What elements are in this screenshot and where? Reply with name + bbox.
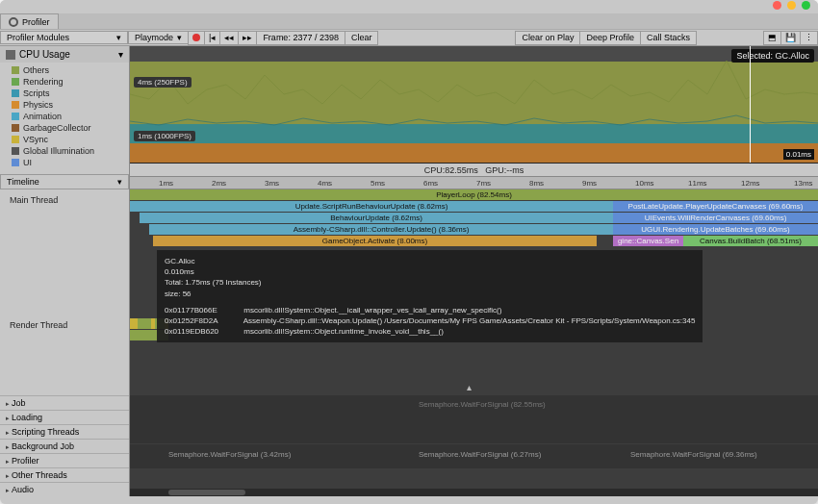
category-swatch (12, 136, 19, 143)
category-swatch (12, 66, 19, 74)
timeline-bar[interactable]: PostLateUpdate.PlayerUpdateCanvases (69.… (613, 201, 818, 212)
first-frame-button[interactable]: |◂ (204, 31, 220, 45)
category-physics[interactable]: Physics (12, 99, 123, 111)
category-swatch (12, 159, 19, 166)
category-vsync[interactable]: VSync (12, 134, 123, 145)
timeline-bar[interactable]: Canvas.BuildBatch (68.51ms) (683, 236, 818, 246)
tab-label: Profiler (22, 17, 50, 27)
cpu-usage-chart[interactable]: 4ms (250FPS) 1ms (1000FPS) Selected: GC.… (130, 46, 818, 164)
category-garbagecollector[interactable]: GarbageCollector (12, 122, 123, 134)
category-swatch (12, 113, 19, 120)
expander-job[interactable]: Job (0, 395, 129, 410)
cpu-usage-header[interactable]: CPU Usage ▾ (0, 46, 129, 63)
timeline-dropdown[interactable]: Timeline▾ (0, 174, 129, 189)
category-global illumination[interactable]: Global Illumination (12, 145, 123, 157)
window-maximize-icon[interactable] (802, 1, 810, 10)
fps-marker-1000: 1ms (1000FPS) (134, 131, 195, 141)
expander-profiler[interactable]: Profiler (0, 453, 129, 467)
frame-indicator: Frame: 2377 / 2398 (256, 31, 345, 45)
category-ui[interactable]: UI (12, 157, 123, 168)
profiler-row: Semaphore.WaitForSignal (3.42ms) Semapho… (130, 444, 818, 468)
timeline-bar[interactable]: UIEvents.WillRenderCanvases (69.60ms) (613, 213, 818, 223)
next-frame-button[interactable]: ▸▸ (238, 31, 257, 45)
context-menu-button[interactable]: ⋮ (800, 31, 818, 45)
category-rendering[interactable]: Rendering (12, 76, 123, 88)
cpu-icon (6, 50, 15, 60)
record-button[interactable] (188, 31, 205, 45)
selected-time-label: 0.01ms (783, 149, 814, 160)
sample-tooltip: GC.Alloc 0.010ms Total: 1.75ms (75 Insta… (157, 250, 703, 342)
category-animation[interactable]: Animation (12, 111, 123, 122)
clear-on-play-button[interactable]: Clear on Play (515, 31, 580, 45)
frame-stats: CPU:82.55ms GPU:--ms (130, 164, 818, 177)
timeline-bar[interactable]: BehaviourUpdate (8.62ms) (140, 213, 613, 223)
render-thread-label: Render Thread (0, 315, 129, 336)
load-button[interactable]: ⬒ (763, 31, 781, 45)
selection-line (750, 46, 751, 163)
job-row: Semaphore.WaitForSignal (82.55ms) (130, 395, 818, 443)
timeline-body[interactable]: PlayerLoop (82.54ms)Update.ScriptRunBeha… (130, 189, 818, 496)
playmode-dropdown[interactable]: Playmode▾ (128, 31, 189, 44)
profiler-modules-dropdown[interactable]: Profiler Modules▾ (0, 31, 128, 44)
category-swatch (12, 89, 19, 97)
timeline-bar[interactable]: UGUI.Rendering.UpdateBatches (69.60ms) (613, 224, 818, 235)
window-close-icon[interactable] (773, 1, 781, 10)
fps-marker-250: 4ms (250FPS) (134, 77, 192, 88)
timeline-bar[interactable]: PlayerLoop (82.54ms) (130, 189, 818, 200)
timeline-bar[interactable]: gine::Canvas.Sen (613, 236, 683, 246)
tab-profiler[interactable]: Profiler (0, 13, 59, 29)
category-swatch (12, 147, 19, 155)
h-scrollbar[interactable] (130, 489, 818, 496)
save-button[interactable]: 💾 (780, 31, 801, 45)
expander-background-job[interactable]: Background Job (0, 439, 129, 453)
category-scripts[interactable]: Scripts (12, 88, 123, 99)
expander-audio[interactable]: Audio (0, 482, 129, 496)
selected-label: Selected: GC.Alloc (731, 49, 814, 63)
profiler-icon (9, 17, 18, 27)
window-minimize-icon[interactable] (787, 1, 796, 10)
category-swatch (12, 78, 19, 86)
time-ruler[interactable]: 1ms2ms3ms4ms5ms6ms7ms8ms9ms10ms11ms12ms1… (130, 177, 818, 189)
prev-frame-button[interactable]: ◂◂ (219, 31, 239, 45)
timeline-bar[interactable]: Assembly-CSharp.dll!::Controller.Update(… (149, 224, 613, 235)
call-stacks-button[interactable]: Call Stacks (640, 31, 697, 45)
collapse-icon[interactable]: ▴ (467, 382, 472, 392)
expander-loading[interactable]: Loading (0, 410, 129, 424)
expander-scripting-threads[interactable]: Scripting Threads (0, 424, 129, 439)
record-icon (192, 34, 200, 41)
category-swatch (12, 101, 19, 109)
main-thread-label: Main Thread (0, 189, 129, 247)
category-others[interactable]: Others (12, 64, 123, 76)
expander-other-threads[interactable]: Other Threads (0, 467, 129, 482)
timeline-bar[interactable]: Update.ScriptRunBehaviourUpdate (8.62ms) (130, 201, 613, 212)
clear-button[interactable]: Clear (345, 31, 379, 45)
category-swatch (12, 124, 19, 132)
deep-profile-button[interactable]: Deep Profile (579, 31, 641, 45)
timeline-bar[interactable]: GameObject.Activate (8.00ms) (153, 236, 597, 246)
